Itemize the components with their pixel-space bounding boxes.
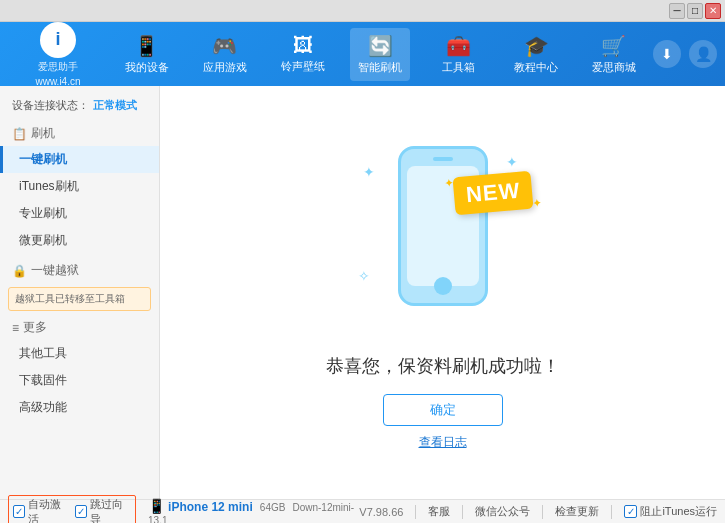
sidebar-item-itunes-flash[interactable]: iTunes刷机: [0, 173, 159, 200]
checkbox-skip-wizard-box: ✓: [75, 505, 87, 518]
sidebar: 设备连接状态： 正常模式 📋 刷机 一键刷机 iTunes刷机 专业刷机 微更刷…: [0, 86, 160, 499]
jailbreak-info-box: 越狱工具已转移至工具箱: [8, 287, 151, 311]
nav-tutorial[interactable]: 🎓 教程中心: [506, 28, 566, 81]
success-text: 恭喜您，保资料刷机成功啦！: [326, 354, 560, 378]
divider-1: [415, 505, 416, 519]
divider-4: [611, 505, 612, 519]
sidebar-item-pro-flash[interactable]: 专业刷机: [0, 200, 159, 227]
sparkle-2: ✦: [506, 154, 518, 170]
status-bar: 设备连接状态： 正常模式: [0, 94, 159, 117]
itunes-flash-label: iTunes刷机: [19, 179, 79, 193]
close-btn[interactable]: ✕: [705, 3, 721, 19]
logo-url: www.i4.cn: [35, 76, 80, 87]
nav-tutorial-icon: 🎓: [524, 34, 549, 58]
customer-service-link[interactable]: 客服: [428, 504, 450, 519]
itunes-checkbox[interactable]: ✓ 阻止iTunes运行: [624, 504, 717, 519]
sparkle-1: ✦: [363, 164, 375, 180]
phone-home-btn: [434, 277, 452, 295]
nav-toolbox-icon: 🧰: [446, 34, 471, 58]
checkbox-skip-wizard-label: 跳过向导: [90, 497, 131, 524]
device-icon: 📱: [148, 498, 165, 514]
nav-apps-icon: 🎮: [212, 34, 237, 58]
nav-wallpaper-label: 铃声壁纸: [281, 59, 325, 74]
checkbox-auto-activate-label: 自动激活: [28, 497, 69, 524]
diary-link[interactable]: 查看日志: [419, 434, 467, 451]
itunes-label: 阻止iTunes运行: [640, 504, 717, 519]
more-icon: ≡: [12, 321, 19, 335]
nav-toolbox-label: 工具箱: [442, 60, 475, 75]
pro-flash-label: 专业刷机: [19, 206, 67, 220]
section-header-jailbreak: 🔒 一键越狱: [0, 258, 159, 283]
phone-speaker: [433, 157, 453, 161]
minimize-btn[interactable]: ─: [669, 3, 685, 19]
nav-flash-label: 智能刷机: [358, 60, 402, 75]
new-badge: NEW: [453, 171, 534, 216]
nav-device-label: 我的设备: [125, 60, 169, 75]
maximize-btn[interactable]: □: [687, 3, 703, 19]
nav-apps-games[interactable]: 🎮 应用游戏: [195, 28, 255, 81]
jailbreak-info-text: 越狱工具已转移至工具箱: [15, 293, 125, 304]
checkbox-skip-wizard[interactable]: ✓ 跳过向导: [75, 497, 131, 524]
success-illustration: ✦ ✦ ✧ NEW: [343, 134, 543, 334]
logo[interactable]: i 爱思助手 www.i4.cn: [8, 22, 108, 87]
onekey-flash-label: 一键刷机: [19, 152, 67, 166]
nav-wallpaper[interactable]: 🖼 铃声壁纸: [273, 28, 333, 80]
download-firmware-label: 下载固件: [19, 373, 67, 387]
sidebar-item-micro-flash[interactable]: 微更刷机: [0, 227, 159, 254]
bottom-bar: ✓ 自动激活 ✓ 跳过向导 📱 iPhone 12 mini 64GB Down…: [0, 499, 725, 523]
section-header-flash: 📋 刷机: [0, 121, 159, 146]
section-flash-label: 刷机: [31, 125, 55, 142]
bottom-right: V7.98.66 客服 微信公众号 检查更新 ✓ 阻止iTunes运行: [359, 504, 717, 519]
nav-store-icon: 🛒: [601, 34, 626, 58]
check-update-link[interactable]: 检查更新: [555, 504, 599, 519]
status-value: 正常模式: [93, 98, 137, 113]
nav-smart-flash[interactable]: 🔄 智能刷机: [350, 28, 410, 81]
sidebar-item-onekey-flash[interactable]: 一键刷机: [0, 146, 159, 173]
nav-apps-label: 应用游戏: [203, 60, 247, 75]
title-bar: ─ □ ✕: [0, 0, 725, 22]
sidebar-item-advanced[interactable]: 高级功能: [0, 394, 159, 421]
divider-3: [542, 505, 543, 519]
checkbox-auto-activate-box: ✓: [13, 505, 25, 518]
advanced-label: 高级功能: [19, 400, 67, 414]
content-area: ✦ ✦ ✧ NEW 恭喜您，保资料刷机成功啦！ 确定 查看日志: [160, 86, 725, 499]
itunes-checkbox-box: ✓: [624, 505, 637, 518]
checkbox-group: ✓ 自动激活 ✓ 跳过向导: [8, 495, 136, 524]
phone-body: [398, 146, 488, 306]
status-label: 设备连接状态：: [12, 98, 89, 113]
device-storage: 64GB: [260, 502, 286, 513]
main-area: 设备连接状态： 正常模式 📋 刷机 一键刷机 iTunes刷机 专业刷机 微更刷…: [0, 86, 725, 499]
nav-right: ⬇ 👤: [653, 40, 717, 68]
confirm-button[interactable]: 确定: [383, 394, 503, 426]
jailbreak-icon: 🔒: [12, 264, 27, 278]
sidebar-item-other-tools[interactable]: 其他工具: [0, 340, 159, 367]
section-header-more: ≡ 更多: [0, 315, 159, 340]
logo-icon: i: [40, 22, 76, 58]
nav-wallpaper-icon: 🖼: [293, 34, 313, 57]
other-tools-label: 其他工具: [19, 346, 67, 360]
divider-2: [462, 505, 463, 519]
download-btn[interactable]: ⬇: [653, 40, 681, 68]
section-jailbreak-label: 一键越狱: [31, 262, 79, 279]
nav-store-label: 爱思商城: [592, 60, 636, 75]
device-name: iPhone 12 mini: [168, 500, 253, 514]
section-more-label: 更多: [23, 319, 47, 336]
nav-flash-icon: 🔄: [368, 34, 393, 58]
checkbox-auto-activate[interactable]: ✓ 自动激活: [13, 497, 69, 524]
nav-store[interactable]: 🛒 爱思商城: [584, 28, 644, 81]
top-nav: i 爱思助手 www.i4.cn 📱 我的设备 🎮 应用游戏 🖼 铃声壁纸 🔄 …: [0, 22, 725, 86]
nav-toolbox[interactable]: 🧰 工具箱: [428, 28, 488, 81]
device-info: 📱 iPhone 12 mini 64GB Down-12mini-13,1: [148, 498, 359, 524]
version-text: V7.98.66: [359, 506, 403, 518]
user-btn[interactable]: 👤: [689, 40, 717, 68]
nav-device-icon: 📱: [134, 34, 159, 58]
wechat-link[interactable]: 微信公众号: [475, 504, 530, 519]
sidebar-item-download-firmware[interactable]: 下载固件: [0, 367, 159, 394]
logo-name: 爱思助手: [38, 60, 78, 74]
nav-my-device[interactable]: 📱 我的设备: [117, 28, 177, 81]
micro-flash-label: 微更刷机: [19, 233, 67, 247]
sparkle-3: ✧: [358, 268, 370, 284]
nav-tutorial-label: 教程中心: [514, 60, 558, 75]
section-flash-icon: 📋: [12, 127, 27, 141]
nav-items: 📱 我的设备 🎮 应用游戏 🖼 铃声壁纸 🔄 智能刷机 🧰 工具箱 🎓 教程中心…: [108, 28, 653, 81]
